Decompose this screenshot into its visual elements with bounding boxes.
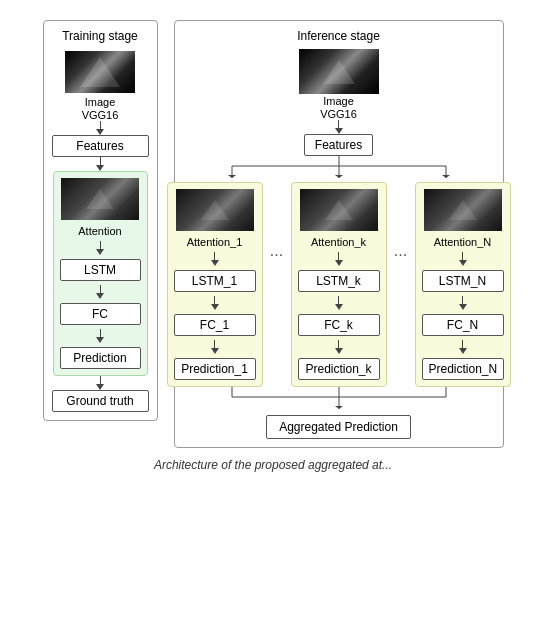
- training-attention-label: Attention: [78, 225, 121, 237]
- arrow-coln-2: [422, 296, 504, 310]
- inference-stage-label: Inference stage: [297, 29, 380, 43]
- training-section: Training stage Image VGG16 Features Atte…: [43, 20, 158, 421]
- arrow-colk-2: [298, 296, 380, 310]
- inference-prediction-n-box: Prediction_N: [422, 358, 504, 380]
- inference-fc-k-box: FC_k: [298, 314, 380, 336]
- inference-lstm-k-box: LSTM_k: [298, 270, 380, 292]
- svg-marker-7: [442, 175, 450, 178]
- arrow-col1-2: [174, 296, 256, 310]
- training-vgg-label: VGG16: [82, 109, 119, 121]
- inference-attention-n-thumb: [424, 189, 502, 231]
- inference-prediction-1-box: Prediction_1: [174, 358, 256, 380]
- inference-attention-k-thumb: [300, 189, 378, 231]
- training-prediction-box: Prediction: [60, 347, 141, 369]
- arrow-train-5: [60, 329, 141, 343]
- dots-1: ...: [269, 182, 285, 260]
- inference-features-box: Features: [304, 134, 373, 156]
- training-image-thumb: [65, 51, 135, 93]
- inference-fc-1-box: FC_1: [174, 314, 256, 336]
- arrow-coln-1: [422, 252, 504, 266]
- arrow-train-4: [60, 285, 141, 299]
- inference-fc-n-box: FC_N: [422, 314, 504, 336]
- arrow-colk-3: [298, 340, 380, 354]
- inference-vgg-label: VGG16: [320, 108, 357, 120]
- training-image-label: Image: [85, 96, 116, 108]
- training-ground-truth-box: Ground truth: [52, 390, 149, 412]
- arrow-col1-3: [174, 340, 256, 354]
- inference-lstm-1-box: LSTM_1: [174, 270, 256, 292]
- arrow-train-1: [52, 121, 149, 135]
- inference-attention-k-label: Attention_k: [311, 236, 366, 248]
- figure-caption: Architecture of the proposed aggregated …: [154, 458, 392, 472]
- inference-col-1: Attention_1 LSTM_1 FC_1 Prediction_1: [167, 182, 263, 387]
- arrow-train-2: [52, 157, 149, 171]
- inference-attention-1-thumb: [176, 189, 254, 231]
- inference-attention-n-label: Attention_N: [434, 236, 491, 248]
- inference-section: Inference stage Image VGG16 Features: [174, 20, 504, 448]
- training-features-box: Features: [52, 135, 149, 157]
- inference-prediction-k-box: Prediction_k: [298, 358, 380, 380]
- training-attention-thumb: [61, 178, 139, 220]
- arrow-train-3: [60, 241, 141, 255]
- arrow-colk-1: [298, 252, 380, 266]
- svg-marker-6: [335, 175, 343, 178]
- arrow-col1-1: [174, 252, 256, 266]
- inference-lstm-n-box: LSTM_N: [422, 270, 504, 292]
- arrow-train-6: [52, 376, 149, 390]
- dots-2: ...: [393, 182, 409, 260]
- inference-col-k: Attention_k LSTM_k FC_k Prediction_k: [291, 182, 387, 387]
- training-green-section: Attention LSTM FC Prediction: [53, 171, 148, 376]
- inference-attention-1-label: Attention_1: [187, 236, 243, 248]
- inference-columns: Attention_1 LSTM_1 FC_1 Prediction_1: [167, 182, 511, 387]
- converge-lines-svg: [184, 387, 494, 409]
- svg-marker-13: [335, 406, 343, 409]
- arrow-after-image-train: [52, 51, 149, 93]
- arrow-coln-3: [422, 340, 504, 354]
- svg-marker-5: [228, 175, 236, 178]
- training-lstm-box: LSTM: [60, 259, 141, 281]
- fan-lines-svg: [184, 156, 494, 178]
- inference-image-label: Image: [323, 95, 354, 107]
- inference-col-n: Attention_N LSTM_N FC_N Prediction_N: [415, 182, 511, 387]
- arrow-infer-1: [183, 120, 495, 134]
- inference-image-thumb: [299, 49, 379, 94]
- training-fc-box: FC: [60, 303, 141, 325]
- training-stage-label: Training stage: [62, 29, 138, 43]
- inference-top: Image VGG16 Features: [183, 49, 495, 156]
- aggregated-prediction-box: Aggregated Prediction: [266, 415, 411, 439]
